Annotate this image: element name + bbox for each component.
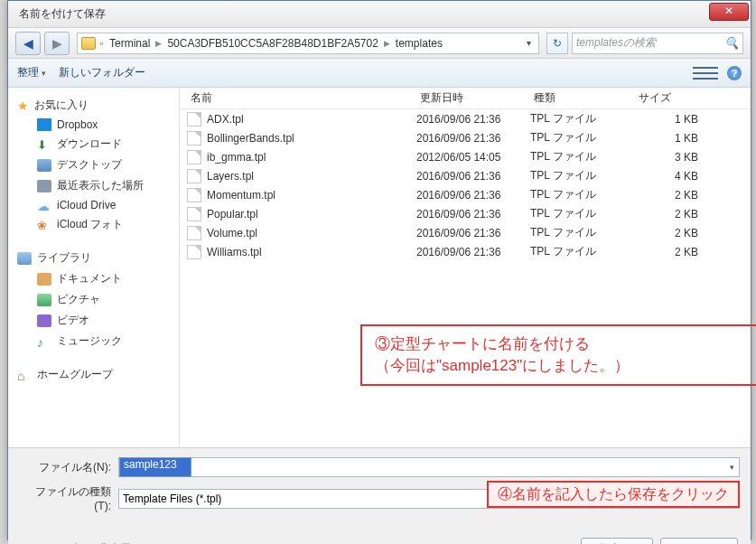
bottom-panel: ファイル名(N): sample123 ▾ ファイルの種類(T): Templa… bbox=[8, 447, 751, 529]
sidebar-item-recent[interactable]: 最近表示した場所 bbox=[8, 175, 179, 196]
col-name[interactable]: 名前 bbox=[187, 90, 416, 106]
body: ★お気に入り Dropbox ダウンロード デスクトップ 最近表示した場所 iC… bbox=[8, 88, 751, 447]
file-row[interactable]: Popular.tpl2016/09/06 21:36TPL ファイル2 KB bbox=[180, 204, 751, 223]
file-row[interactable]: Williams.tpl2016/09/06 21:36TPL ファイル2 KB bbox=[180, 242, 751, 261]
sidebar-item-icloud[interactable]: iCloud Drive bbox=[8, 196, 179, 214]
forward-button[interactable]: ▶ bbox=[44, 32, 70, 55]
save-button[interactable]: 保存(S) bbox=[581, 538, 653, 544]
search-placeholder: templatesの検索 bbox=[576, 35, 656, 51]
file-row[interactable]: ADX.tpl2016/09/06 21:36TPL ファイル1 KB bbox=[180, 109, 751, 128]
file-size: 3 KB bbox=[635, 151, 716, 164]
file-name: Volume.tpl bbox=[207, 227, 257, 239]
breadcrumb[interactable]: templates bbox=[394, 37, 444, 50]
file-list: 名前 更新日時 種類 サイズ ADX.tpl2016/09/06 21:36TP… bbox=[180, 88, 751, 447]
save-dialog: 名前を付けて保存 ✕ ◀ ▶ « Terminal ▶ 50CA3DFB510C… bbox=[7, 0, 751, 540]
file-row[interactable]: Volume.tpl2016/09/06 21:36TPL ファイル2 KB bbox=[180, 223, 751, 242]
sidebar-item-pictures[interactable]: ピクチャ bbox=[8, 289, 179, 310]
file-type: TPL ファイル bbox=[530, 206, 635, 221]
view-icon[interactable] bbox=[693, 65, 718, 81]
file-type: TPL ファイル bbox=[530, 187, 635, 202]
help-icon[interactable]: ? bbox=[727, 66, 742, 80]
file-size: 2 KB bbox=[635, 208, 716, 220]
chevron-right-icon: ▶ bbox=[155, 39, 162, 48]
toolbar: 整理 新しいフォルダー ? bbox=[8, 59, 751, 88]
file-date: 2016/09/06 21:36 bbox=[416, 170, 530, 183]
file-row[interactable]: ib_gmma.tpl2012/06/05 14:05TPL ファイル3 KB bbox=[180, 147, 751, 166]
sidebar-favorites[interactable]: ★お気に入り bbox=[8, 95, 179, 116]
photo-icon bbox=[37, 219, 51, 231]
sidebar-item-documents[interactable]: ドキュメント bbox=[8, 268, 179, 289]
file-row[interactable]: Momentum.tpl2016/09/06 21:36TPL ファイル2 KB bbox=[180, 185, 751, 204]
file-icon bbox=[187, 131, 201, 145]
sidebar-libraries[interactable]: ライブラリ bbox=[8, 248, 179, 268]
sidebar-homegroup[interactable]: ホームグループ bbox=[8, 364, 179, 385]
cancel-button[interactable]: キャンセル bbox=[660, 538, 738, 544]
back-button[interactable]: ◀ bbox=[15, 32, 41, 55]
dropdown-icon[interactable]: ▾ bbox=[724, 463, 739, 472]
file-date: 2016/09/06 21:36 bbox=[416, 132, 530, 145]
file-row[interactable]: Layers.tpl2016/09/06 21:36TPL ファイル4 KB bbox=[180, 166, 751, 185]
file-icon bbox=[187, 188, 201, 202]
sidebar-item-videos[interactable]: ビデオ bbox=[8, 310, 179, 331]
annotation-3: ③定型チャートに名前を付ける （今回は"sample123"にしました。） bbox=[360, 324, 756, 386]
file-icon bbox=[187, 112, 201, 127]
file-name: Williams.tpl bbox=[207, 246, 262, 258]
file-name: ADX.tpl bbox=[207, 113, 244, 126]
file-date: 2016/09/06 21:36 bbox=[416, 227, 530, 239]
file-type: TPL ファイル bbox=[530, 225, 635, 240]
sidebar-item-desktop[interactable]: デスクトップ bbox=[8, 155, 179, 175]
close-button[interactable]: ✕ bbox=[709, 3, 749, 21]
file-row[interactable]: BollingerBands.tpl2016/09/06 21:36TPL ファ… bbox=[180, 128, 751, 147]
music-icon bbox=[37, 335, 51, 348]
footer: ⌃ フォルダーの非表示 保存(S) キャンセル bbox=[8, 529, 751, 544]
file-type: TPL ファイル bbox=[530, 168, 635, 183]
file-date: 2016/09/06 21:36 bbox=[416, 113, 530, 126]
sidebar-item-icloud-photo[interactable]: iCloud フォト bbox=[8, 214, 179, 235]
hide-folders-toggle[interactable]: ⌃ フォルダーの非表示 bbox=[21, 541, 131, 545]
folder-icon bbox=[81, 37, 96, 50]
file-date: 2012/06/05 14:05 bbox=[416, 151, 530, 164]
recent-icon bbox=[37, 180, 51, 192]
new-folder-button[interactable]: 新しいフォルダー bbox=[59, 65, 145, 80]
file-size: 1 KB bbox=[635, 113, 716, 126]
sidebar: ★お気に入り Dropbox ダウンロード デスクトップ 最近表示した場所 iC… bbox=[8, 88, 180, 447]
file-name: Momentum.tpl bbox=[207, 189, 275, 202]
sidebar-item-dropbox[interactable]: Dropbox bbox=[8, 116, 179, 134]
col-type[interactable]: 種類 bbox=[530, 90, 635, 106]
refresh-button[interactable]: ↻ bbox=[546, 33, 568, 54]
filetype-label: ファイルの種類(T): bbox=[19, 484, 118, 512]
file-type: TPL ファイル bbox=[530, 111, 635, 127]
file-type: TPL ファイル bbox=[530, 130, 635, 145]
picture-icon bbox=[37, 294, 51, 306]
file-name: Layers.tpl bbox=[207, 170, 254, 183]
home-icon bbox=[17, 369, 32, 381]
titlebar: 名前を付けて保存 ✕ bbox=[8, 1, 751, 28]
filename-input-wrap[interactable]: sample123 ▾ bbox=[118, 457, 740, 477]
col-size[interactable]: サイズ bbox=[635, 90, 716, 106]
dropbox-icon bbox=[37, 118, 51, 131]
file-icon bbox=[187, 226, 201, 240]
column-headers: 名前 更新日時 種類 サイズ bbox=[180, 88, 751, 109]
file-size: 2 KB bbox=[635, 227, 716, 239]
file-name: Popular.tpl bbox=[207, 208, 258, 220]
col-date[interactable]: 更新日時 bbox=[416, 90, 530, 106]
search-input[interactable]: templatesの検索 🔍 bbox=[572, 33, 743, 54]
address-bar[interactable]: « Terminal ▶ 50CA3DFB510CC5A8F28B48D1BF2… bbox=[77, 33, 539, 54]
file-size: 2 KB bbox=[635, 246, 716, 258]
video-icon bbox=[37, 314, 51, 327]
dropdown-icon[interactable]: ▾ bbox=[523, 38, 535, 48]
filename-label: ファイル名(N): bbox=[19, 460, 118, 475]
file-icon bbox=[187, 150, 201, 164]
sidebar-item-downloads[interactable]: ダウンロード bbox=[8, 134, 179, 155]
search-icon: 🔍 bbox=[724, 36, 739, 50]
filename-input[interactable]: sample123 bbox=[119, 457, 191, 477]
breadcrumb[interactable]: 50CA3DFB510CC5A8F28B48D1BF2A5702 bbox=[165, 37, 379, 50]
sidebar-item-music[interactable]: ミュージック bbox=[8, 331, 179, 352]
window-title: 名前を付けて保存 bbox=[19, 6, 106, 22]
breadcrumb[interactable]: Terminal bbox=[107, 37, 152, 50]
cloud-icon bbox=[37, 199, 51, 211]
breadcrumb-sep: « bbox=[99, 39, 104, 48]
organize-menu[interactable]: 整理 bbox=[17, 65, 46, 80]
file-date: 2016/09/06 21:36 bbox=[416, 246, 530, 258]
file-date: 2016/09/06 21:36 bbox=[416, 208, 530, 220]
